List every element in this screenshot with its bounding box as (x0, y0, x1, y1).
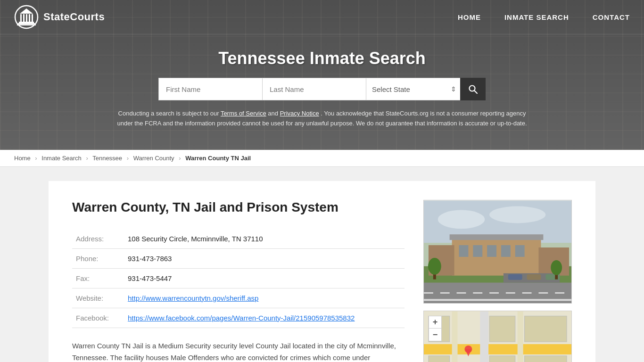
search-button[interactable] (460, 78, 486, 100)
map-zoom-out-button[interactable]: − (429, 329, 441, 341)
content-card: Warren County, TN Jail and Prison System… (49, 181, 595, 362)
svg-rect-39 (480, 311, 488, 362)
map-zoom-controls: + − (429, 316, 442, 341)
svg-rect-25 (515, 245, 525, 257)
hero-title: Tennessee Inmate Search (9, 49, 635, 68)
search-bar: Select State Tennessee Alabama Alaska ⇕ (9, 78, 635, 100)
website-value: http://www.warrencountytn.gov/sheriff.as… (124, 288, 405, 308)
address-label: Address: (72, 229, 124, 249)
svg-rect-26 (450, 234, 544, 240)
svg-rect-47 (525, 355, 567, 362)
svg-rect-5 (32, 14, 33, 22)
breadcrumb-sep-3: › (127, 155, 129, 162)
svg-rect-23 (487, 245, 496, 257)
logo-icon (14, 5, 39, 29)
svg-marker-6 (20, 8, 33, 14)
search-icon (468, 84, 478, 94)
svg-rect-45 (489, 355, 515, 362)
hero-section: Tennessee Inmate Search Select State Ten… (0, 34, 644, 150)
svg-point-34 (428, 258, 441, 275)
logo-text: StateCourts (43, 11, 105, 23)
last-name-input[interactable] (262, 78, 366, 100)
svg-rect-40 (452, 311, 458, 362)
map-container: 705 + − (423, 311, 572, 362)
breadcrumb-warren-county[interactable]: Warren County (133, 155, 174, 162)
address-value: 108 Security Circle, Mcminnville, TN 371… (124, 229, 405, 249)
breadcrumb-sep-4: › (179, 155, 181, 162)
table-row: Address: 108 Security Circle, Mcminnvill… (72, 229, 405, 249)
svg-point-14 (438, 210, 485, 229)
site-header: StateCourts HOME INMATE SEARCH CONTACT T… (0, 0, 644, 150)
svg-rect-2 (23, 14, 25, 22)
svg-rect-44 (489, 316, 515, 342)
svg-rect-41 (518, 311, 523, 362)
website-label: Website: (72, 288, 124, 308)
breadcrumb-current: Warren County TN Jail (185, 155, 251, 162)
nav-links: HOME INMATE SEARCH CONTACT (458, 11, 630, 24)
jail-photo-image (424, 200, 571, 304)
map-image: 705 (424, 311, 571, 362)
top-nav: StateCourts HOME INMATE SEARCH CONTACT (0, 0, 644, 34)
facebook-value: https://www.facebook.com/pages/Warren-Co… (124, 308, 405, 328)
page-title: Warren County, TN Jail and Prison System (72, 200, 405, 215)
map-zoom-in-button[interactable]: + (429, 316, 441, 329)
breadcrumb-tennessee[interactable]: Tennessee (92, 155, 122, 162)
svg-line-11 (474, 90, 477, 93)
fax-value: 931-473-5447 (124, 268, 405, 288)
table-row: Website: http://www.warrencountytn.gov/s… (72, 288, 405, 308)
description-prefix: Warren County TN Jail is a Medium Securi… (72, 342, 396, 362)
svg-rect-4 (29, 14, 30, 22)
svg-rect-30 (508, 274, 522, 280)
phone-label: Phone: (72, 248, 124, 268)
table-row: Fax: 931-473-5447 (72, 268, 405, 288)
terms-link[interactable]: Terms of Service (221, 110, 266, 117)
table-row: Phone: 931-473-7863 (72, 248, 405, 268)
breadcrumb-sep-1: › (35, 155, 37, 162)
svg-rect-46 (525, 316, 567, 342)
state-select-wrapper: Select State Tennessee Alabama Alaska ⇕ (366, 78, 460, 100)
jail-photo (423, 200, 572, 304)
svg-rect-7 (19, 22, 34, 23)
facebook-link[interactable]: https://www.facebook.com/pages/Warren-Co… (128, 314, 355, 322)
phone-value: 931-473-7863 (124, 248, 405, 268)
nav-home[interactable]: HOME (458, 11, 481, 24)
svg-rect-43 (429, 355, 450, 362)
svg-point-36 (551, 260, 562, 275)
svg-rect-19 (424, 299, 571, 301)
info-table: Address: 108 Security Circle, Mcminnvill… (72, 229, 405, 328)
svg-rect-3 (26, 14, 27, 22)
nav-contact[interactable]: CONTACT (593, 11, 630, 24)
main-wrapper: Warren County, TN Jail and Prison System… (0, 167, 644, 362)
facebook-label: Facebook: (72, 308, 124, 328)
disclaimer-and: and (268, 110, 280, 117)
content-left: Warren County, TN Jail and Prison System… (72, 200, 405, 362)
content-right: 705 + − (423, 200, 572, 362)
svg-rect-21 (459, 245, 469, 257)
breadcrumb-home[interactable]: Home (14, 155, 31, 162)
svg-rect-8 (18, 23, 35, 25)
privacy-link[interactable]: Privacy Notice (280, 110, 319, 117)
site-logo[interactable]: StateCourts (14, 5, 105, 29)
website-link[interactable]: http://www.warrencountytn.gov/sheriff.as… (128, 294, 258, 302)
nav-inmate-search[interactable]: INMATE SEARCH (504, 11, 569, 24)
breadcrumb-sep-2: › (86, 155, 88, 162)
breadcrumb: Home › Inmate Search › Tennessee › Warre… (0, 150, 644, 167)
svg-point-15 (489, 206, 545, 223)
svg-rect-31 (527, 274, 541, 280)
svg-rect-22 (473, 245, 482, 257)
hero-disclaimer: Conducting a search is subject to our Te… (110, 109, 534, 140)
description-text: Warren County TN Jail is a Medium Securi… (72, 340, 405, 362)
fax-label: Fax: (72, 268, 124, 288)
table-row: Facebook: https://www.facebook.com/pages… (72, 308, 405, 328)
first-name-input[interactable] (158, 78, 262, 100)
svg-rect-1 (20, 14, 22, 22)
svg-rect-38 (424, 344, 571, 354)
svg-rect-24 (501, 245, 511, 257)
disclaimer-prefix: Conducting a search is subject to our (118, 110, 221, 117)
breadcrumb-inmate-search[interactable]: Inmate Search (41, 155, 82, 162)
svg-rect-20 (452, 238, 541, 275)
svg-rect-9 (17, 25, 36, 26)
state-select[interactable]: Select State Tennessee Alabama Alaska (366, 78, 460, 100)
